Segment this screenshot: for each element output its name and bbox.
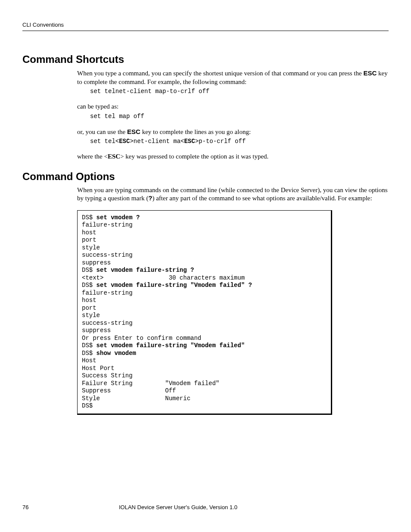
- output-line: Suppress Off: [82, 387, 176, 394]
- esc-key-label: ESC: [108, 153, 120, 160]
- output-line: failure-string: [82, 221, 133, 228]
- output-line: Success String: [82, 372, 133, 379]
- esc-key-label: ESC: [127, 128, 140, 135]
- command: set vmodem ?: [97, 214, 140, 221]
- prompt: DS$: [82, 267, 97, 274]
- page-number: 76: [22, 504, 119, 510]
- shortcuts-paragraph-3: or, you can use the ESC key to complete …: [77, 128, 389, 137]
- options-paragraph-1: When you are typing commands on the comm…: [77, 186, 389, 203]
- heading-command-shortcuts: Command Shortcuts: [22, 53, 389, 65]
- text: > key was pressed to complete the option…: [120, 153, 268, 160]
- text: key to complete the lines as you go alon…: [140, 128, 251, 135]
- output-line: style: [82, 244, 100, 251]
- output-line: port: [82, 236, 97, 243]
- shortcuts-paragraph-2: can be typed as:: [77, 103, 389, 111]
- command: set vmodem failure-string ?: [97, 267, 194, 274]
- command: show vmodem: [97, 350, 136, 357]
- output-line: host: [82, 297, 97, 304]
- output-line: style: [82, 312, 100, 319]
- shortcuts-paragraph-4: where the <ESC> key was pressed to compl…: [77, 152, 389, 161]
- esc-key-label: ESC: [363, 69, 377, 77]
- esc-key-label: ESC: [184, 138, 195, 145]
- output-line: Host: [82, 357, 97, 364]
- prompt: DS$: [82, 214, 97, 221]
- code-example-1: set telnet-client map-to-crlf off: [90, 88, 389, 95]
- output-line: <text> 30 characters maximum: [82, 274, 245, 281]
- output-line: Failure String "Vmodem failed": [82, 380, 219, 387]
- text: >p-to-crlf off: [195, 138, 246, 145]
- output-line: success-string: [82, 320, 133, 327]
- output-line: host: [82, 229, 97, 236]
- heading-command-options: Command Options: [22, 171, 389, 183]
- esc-key-label: ESC: [119, 138, 130, 145]
- code-example-3: set tel<ESC>net-client ma<ESC>p-to-crlf …: [90, 138, 389, 145]
- output-line: failure-string: [82, 289, 133, 296]
- text: where the <: [77, 153, 108, 160]
- output-line: Style Numeric: [82, 395, 190, 402]
- page-footer: 76 IOLAN Device Server User's Guide, Ver…: [22, 504, 389, 510]
- prompt: DS$: [82, 402, 93, 409]
- output-line: Host Port: [82, 365, 115, 372]
- text: >net-client ma<: [130, 138, 184, 145]
- text: When you type a command, you can specify…: [77, 70, 363, 77]
- terminal-example-box: DS$ set vmodem ? failure-string host por…: [77, 210, 332, 415]
- text: or, you can use the: [77, 128, 127, 135]
- command: set vmodem failure-string "Vmodem failed…: [97, 342, 245, 349]
- command: set vmodem failure-string "Vmodem failed…: [97, 282, 252, 289]
- output-line: suppress: [82, 327, 111, 334]
- running-header: CLI Conventions: [22, 22, 389, 31]
- text: set tel<: [90, 138, 119, 145]
- shortcuts-paragraph-1: When you type a command, you can specify…: [77, 69, 389, 86]
- code-example-2: set tel map off: [90, 113, 389, 120]
- prompt: DS$: [82, 282, 97, 289]
- prompt: DS$: [82, 350, 97, 357]
- output-line: success-string: [82, 252, 133, 258]
- output-line: port: [82, 305, 97, 311]
- footer-title: IOLAN Device Server User's Guide, Versio…: [119, 504, 389, 510]
- text: ) after any part of the command to see w…: [152, 195, 372, 202]
- output-line: Or press Enter to confirm command: [82, 335, 201, 342]
- output-line: suppress: [82, 259, 111, 266]
- prompt: DS$: [82, 342, 97, 349]
